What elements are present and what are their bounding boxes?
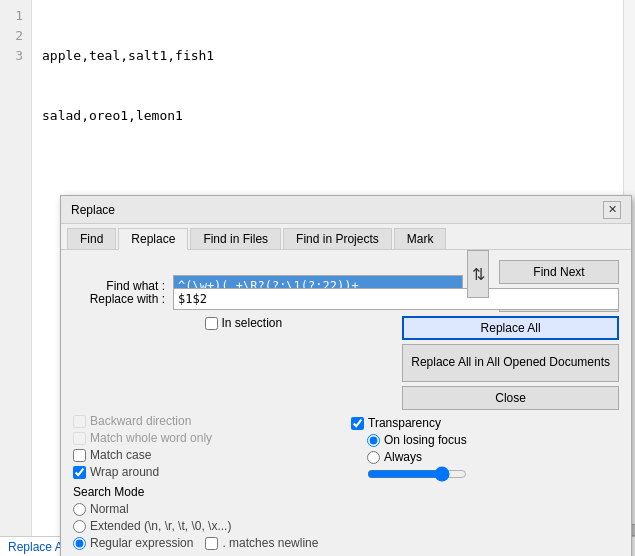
transparency-checkbox[interactable] — [351, 417, 364, 430]
close-button[interactable]: Close — [402, 386, 619, 410]
replace-dialog: Replace ✕ Find Replace Find in Files Fin… — [60, 195, 632, 556]
backward-direction-label: Backward direction — [90, 414, 191, 428]
always-label: Always — [384, 450, 422, 464]
match-whole-word-checkbox[interactable] — [73, 432, 86, 445]
match-case-label: Match case — [90, 448, 151, 462]
match-case-row: Match case — [73, 448, 341, 462]
mode-regex-radio[interactable] — [73, 537, 86, 550]
wrap-around-row: Wrap around — [73, 465, 341, 479]
code-line-3 — [42, 166, 214, 186]
always-row: Always — [351, 450, 619, 464]
mode-normal-row: Normal — [73, 502, 341, 516]
matches-newline-checkbox[interactable] — [205, 537, 218, 550]
line-numbers: 1 2 3 — [0, 0, 32, 556]
match-whole-word-label: Match whole word only — [90, 431, 212, 445]
code-line-1: apple,teal,salt1,fish1 — [42, 46, 214, 66]
tab-find-in-files[interactable]: Find in Files — [190, 228, 281, 249]
backward-direction-row: Backward direction — [73, 414, 341, 428]
replace-row: Replace with : — [73, 288, 619, 310]
find-label: Find what : — [73, 279, 173, 293]
mode-extended-label: Extended (\n, \r, \t, \0, \x...) — [90, 519, 231, 533]
tab-mark[interactable]: Mark — [394, 228, 447, 249]
on-losing-focus-radio[interactable] — [367, 434, 380, 447]
transparency-label: Transparency — [368, 416, 441, 430]
matches-newline-label: . matches newline — [222, 536, 318, 550]
in-selection-label: In selection — [222, 316, 283, 330]
mode-regex-label: Regular expression — [90, 536, 193, 550]
replace-label: Replace with : — [73, 292, 173, 306]
replace-all-button[interactable]: Replace All — [402, 316, 619, 340]
code-line-2: salad,oreo1,lemon1 — [42, 106, 214, 126]
transparency-header-row: Transparency — [351, 416, 619, 430]
on-losing-focus-row: On losing focus — [351, 433, 619, 447]
transparency-section: Transparency On losing focus Always — [351, 416, 619, 553]
match-case-checkbox[interactable] — [73, 449, 86, 462]
on-losing-focus-label: On losing focus — [384, 433, 467, 447]
mode-extended-radio[interactable] — [73, 520, 86, 533]
transparency-slider-row — [351, 467, 619, 481]
mode-regex-row: Regular expression . matches newline — [73, 536, 341, 550]
tab-find[interactable]: Find — [67, 228, 116, 249]
search-mode-label: Search Mode — [73, 485, 341, 499]
replace-input[interactable] — [173, 288, 619, 310]
dialog-body: Find what : ⇅ Find Next Replace Replace … — [61, 250, 631, 556]
options-section: Backward direction Match whole word only… — [73, 414, 619, 553]
swap-button[interactable]: ⇅ — [467, 250, 489, 298]
wrap-around-checkbox[interactable] — [73, 466, 86, 479]
in-selection-checkbox[interactable] — [205, 317, 218, 330]
mode-normal-label: Normal — [90, 502, 129, 516]
dialog-tabs: Find Replace Find in Files Find in Proje… — [61, 224, 631, 250]
wrap-around-label: Wrap around — [90, 465, 159, 479]
left-options: Backward direction Match whole word only… — [73, 414, 341, 553]
dialog-titlebar: Replace ✕ — [61, 196, 631, 224]
transparency-slider[interactable] — [367, 467, 467, 481]
dialog-title: Replace — [71, 203, 115, 217]
mode-extended-row: Extended (\n, \r, \t, \0, \x...) — [73, 519, 341, 533]
tab-find-in-projects[interactable]: Find in Projects — [283, 228, 392, 249]
always-radio[interactable] — [367, 451, 380, 464]
match-whole-word-row: Match whole word only — [73, 431, 341, 445]
find-next-button[interactable]: Find Next — [499, 260, 619, 284]
mode-normal-radio[interactable] — [73, 503, 86, 516]
backward-direction-checkbox[interactable] — [73, 415, 86, 428]
tab-replace[interactable]: Replace — [118, 228, 188, 250]
close-icon[interactable]: ✕ — [603, 201, 621, 219]
replace-all-opened-button[interactable]: Replace All in All Opened Documents — [402, 344, 619, 382]
